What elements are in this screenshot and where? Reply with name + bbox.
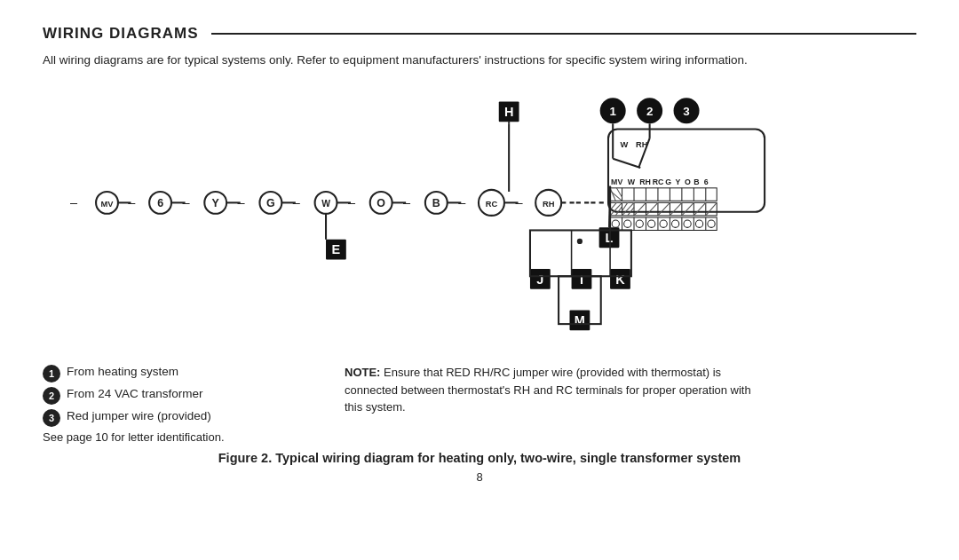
svg-point-71 <box>684 220 691 227</box>
svg-point-69 <box>660 220 667 227</box>
svg-text:Y: Y <box>212 197 220 209</box>
svg-text:K: K <box>615 272 625 287</box>
badge-1: 1 <box>43 365 60 383</box>
svg-text:2: 2 <box>646 105 653 118</box>
svg-text:G: G <box>266 197 275 209</box>
svg-point-72 <box>695 220 702 227</box>
legend-area: 1 From heating system 2 From 24 VAC tran… <box>43 364 916 444</box>
page: WIRING DIAGRAMS All wiring diagrams are … <box>0 0 959 560</box>
svg-line-52 <box>670 203 681 217</box>
svg-text:G: G <box>665 177 671 186</box>
svg-point-73 <box>708 220 715 227</box>
svg-text:M: M <box>575 313 585 327</box>
svg-text:–: – <box>458 195 466 209</box>
svg-text:J: J <box>536 272 543 287</box>
svg-text:W: W <box>321 199 330 209</box>
svg-text:–: – <box>515 195 523 209</box>
svg-text:RC: RC <box>486 200 498 209</box>
svg-text:O: O <box>685 177 691 186</box>
svg-text:B: B <box>432 197 440 209</box>
legend-item-3: 3 Red jumper wire (provided) <box>43 408 327 427</box>
svg-text:I: I <box>580 272 583 287</box>
svg-text:L: L <box>606 231 614 245</box>
svg-point-132 <box>577 239 583 244</box>
svg-text:E: E <box>332 243 341 257</box>
page-number: 8 <box>43 470 916 484</box>
svg-text:–: – <box>128 195 136 209</box>
page-title: WIRING DIAGRAMS <box>43 25 199 43</box>
title-underline <box>211 33 916 35</box>
svg-text:–: – <box>182 195 190 209</box>
legend-right: NOTE: Ensure that RED RH/RC jumper wire … <box>327 364 916 444</box>
svg-line-55 <box>706 203 717 217</box>
note-body: Ensure that RED RH/RC jumper wire (provi… <box>345 366 751 414</box>
svg-text:B: B <box>693 177 699 186</box>
svg-text:–: – <box>348 195 356 209</box>
svg-line-50 <box>646 203 657 217</box>
svg-line-51 <box>658 203 670 217</box>
subtitle-text: All wiring diagrams are for typical syst… <box>43 51 842 69</box>
figure-caption: Figure 2. Typical wiring diagram for hea… <box>43 451 916 465</box>
svg-text:MV: MV <box>611 177 622 186</box>
svg-point-70 <box>671 220 678 227</box>
svg-line-53 <box>682 203 693 217</box>
wiring-diagram: 1 2 3 W RH MV W RH RC G Y O <box>43 76 916 360</box>
legend-text-2: From 24 VAC transformer <box>67 386 203 403</box>
svg-text:6: 6 <box>704 177 709 186</box>
svg-text:MV: MV <box>101 200 115 209</box>
svg-text:–: – <box>403 195 411 209</box>
svg-text:W: W <box>620 140 628 149</box>
svg-text:Y: Y <box>676 177 681 186</box>
legend-item-2: 2 From 24 VAC transformer <box>43 386 327 405</box>
svg-text:RC: RC <box>653 177 664 186</box>
legend-text-3: Red jumper wire (provided) <box>67 408 211 425</box>
svg-text:–: – <box>70 195 78 209</box>
svg-text:RH: RH <box>639 177 651 186</box>
svg-text:W: W <box>628 177 636 186</box>
svg-point-66 <box>624 220 631 227</box>
svg-text:RH: RH <box>636 140 648 149</box>
badge-2: 2 <box>43 387 60 405</box>
legend-text-1: From heating system <box>67 364 178 381</box>
svg-text:–: – <box>238 195 246 209</box>
see-page-text: See page 10 for letter identification. <box>43 430 327 444</box>
diagram-svg: 1 2 3 W RH MV W RH RC G Y O <box>43 76 916 360</box>
svg-line-49 <box>634 203 646 217</box>
svg-text:RH: RH <box>543 200 555 209</box>
svg-point-68 <box>648 220 655 227</box>
svg-rect-22 <box>610 188 717 201</box>
svg-text:1: 1 <box>609 105 616 118</box>
svg-point-65 <box>612 220 619 227</box>
legend-item-1: 1 From heating system <box>43 364 327 383</box>
note-label: NOTE: <box>345 366 384 379</box>
svg-line-33 <box>616 188 622 197</box>
svg-text:3: 3 <box>683 105 689 118</box>
badge-3: 3 <box>43 409 60 427</box>
svg-text:O: O <box>376 197 385 209</box>
svg-line-44 <box>610 203 616 210</box>
svg-line-47 <box>622 203 628 211</box>
svg-line-9 <box>613 159 640 168</box>
svg-text:H: H <box>504 105 513 119</box>
svg-line-135 <box>609 186 610 228</box>
svg-point-67 <box>636 220 643 227</box>
svg-rect-6 <box>608 130 765 212</box>
note-text: NOTE: Ensure that RED RH/RC jumper wire … <box>345 364 771 416</box>
title-row: WIRING DIAGRAMS <box>43 25 916 43</box>
svg-rect-56 <box>610 217 717 231</box>
svg-text:–: – <box>293 195 301 209</box>
svg-text:6: 6 <box>157 197 163 209</box>
svg-line-54 <box>693 203 705 217</box>
legend-left: 1 From heating system 2 From 24 VAC tran… <box>43 364 327 444</box>
